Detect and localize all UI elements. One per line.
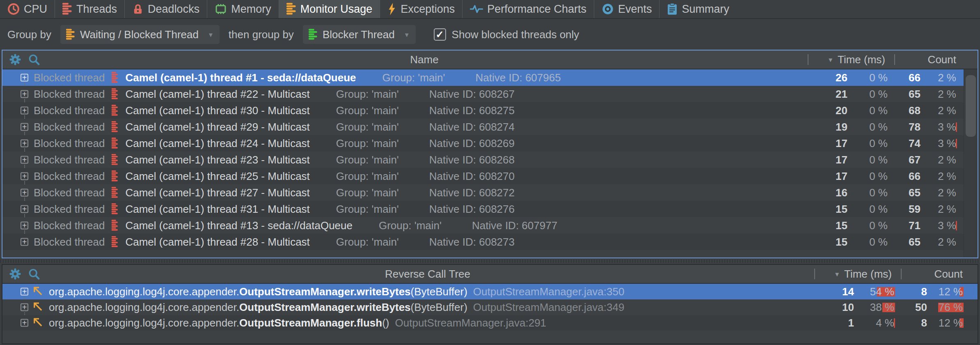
count-value: 78 bbox=[895, 121, 920, 133]
thread-icon bbox=[111, 105, 119, 116]
table-row[interactable]: +Blocked threadCamel (camel-1) thread #2… bbox=[2, 168, 978, 184]
thread-group: Group: 'main' bbox=[336, 137, 399, 150]
table-row[interactable]: +Blocked threadCamel (camel-1) thread #2… bbox=[2, 152, 978, 168]
gear-icon[interactable] bbox=[9, 53, 21, 66]
thread-name: Camel (camel-1) thread #30 - Multicast bbox=[125, 104, 309, 117]
table-row[interactable]: +Blocked threadCamel (camel-1) thread #1… bbox=[2, 69, 978, 86]
thread-icon bbox=[111, 236, 119, 248]
table-row[interactable]: +Blocked threadCamel (camel-1) thread #3… bbox=[2, 102, 978, 119]
percent-value: 76 % bbox=[939, 301, 963, 313]
eye-icon bbox=[602, 3, 614, 15]
show-blocked-threads-checkbox[interactable]: ✓ bbox=[434, 28, 446, 41]
thread-name: Camel (camel-1) thread #25 - Multicast bbox=[125, 170, 309, 183]
count-percent: 3 % bbox=[920, 121, 957, 133]
expander-icon[interactable]: + bbox=[21, 205, 28, 213]
count-column-header[interactable]: Count bbox=[902, 268, 969, 281]
tab-events[interactable]: Events bbox=[594, 0, 659, 18]
threads-icon bbox=[62, 3, 72, 15]
tab-memory[interactable]: Memory bbox=[207, 0, 279, 18]
thread-icon bbox=[111, 154, 119, 166]
table-row[interactable]: +Blocked threadCamel (camel-1) thread #2… bbox=[2, 135, 978, 152]
table-row[interactable]: +Blocked threadCamel (camel-1) thread #2… bbox=[2, 184, 978, 201]
time-percent: 0 % bbox=[847, 137, 888, 150]
gear-icon[interactable] bbox=[9, 268, 21, 280]
waiting-blocked-thread-icon bbox=[66, 29, 75, 40]
tab-deadlocks[interactable]: Deadlocks bbox=[124, 0, 207, 18]
show-blocked-threads-label[interactable]: Show blocked threads only bbox=[452, 28, 579, 41]
percent-value: 2 % bbox=[938, 104, 956, 117]
method-name: OutputStreamManager.flush bbox=[239, 317, 382, 329]
expander-icon[interactable]: + bbox=[21, 238, 28, 246]
time-value: 15 bbox=[808, 203, 847, 216]
expander-icon[interactable]: + bbox=[21, 189, 28, 197]
count-percent: 2 % bbox=[920, 104, 957, 117]
tab-cpu[interactable]: CPU bbox=[0, 0, 55, 18]
thread-icon bbox=[111, 138, 119, 149]
clipboard-icon bbox=[667, 3, 678, 15]
time-column-header[interactable]: ▼Time (ms) bbox=[815, 268, 902, 281]
method-package: org.apache.logging.log4j.core.appender. bbox=[49, 285, 239, 298]
thread-name: Camel (camel-1) thread #23 - Multicast bbox=[125, 154, 309, 166]
count-value: 66 bbox=[895, 170, 920, 183]
tab-threads[interactable]: Threads bbox=[55, 0, 124, 18]
thread-native-id: Native ID: 608276 bbox=[429, 203, 515, 216]
tab-label: CPU bbox=[24, 3, 47, 16]
time-percent: 0 % bbox=[847, 104, 888, 117]
call-tree-rows: +org.apache.logging.log4j.core.appender.… bbox=[2, 284, 978, 331]
group-by-select[interactable]: Waiting / Blocked Thread ▼ bbox=[60, 25, 220, 44]
expander-icon[interactable]: + bbox=[21, 319, 28, 327]
source-location: OutputStreamManager.java:291 bbox=[395, 317, 547, 329]
expander-icon[interactable]: + bbox=[21, 123, 28, 131]
tree-lines: + bbox=[2, 234, 34, 250]
thread-name: Camel (camel-1) thread #24 - Multicast bbox=[125, 137, 309, 150]
expander-icon[interactable]: + bbox=[21, 172, 28, 180]
thread-icon bbox=[111, 72, 119, 83]
tab-monitor-usage[interactable]: Monitor Usage bbox=[279, 0, 380, 18]
percent-value: 3 % bbox=[938, 137, 956, 150]
tab-exceptions[interactable]: Exceptions bbox=[380, 0, 462, 18]
call-tree-row[interactable]: +org.apache.logging.log4j.core.appender.… bbox=[2, 284, 978, 299]
expander-icon[interactable]: + bbox=[21, 90, 28, 98]
search-icon[interactable] bbox=[28, 268, 40, 280]
call-tree-row[interactable]: +org.apache.logging.log4j.core.appender.… bbox=[2, 299, 978, 315]
table-row[interactable]: +Blocked threadCamel (camel-1) thread #1… bbox=[2, 217, 978, 234]
scrollbar-thumb[interactable] bbox=[966, 75, 976, 137]
pulse-icon bbox=[470, 3, 483, 15]
call-tree-title: Reverse Call Tree bbox=[40, 268, 815, 281]
table-row[interactable]: +Blocked threadCamel (camel-1) thread #2… bbox=[2, 86, 978, 102]
expander-icon[interactable]: + bbox=[21, 222, 28, 230]
call-tree-row[interactable]: +org.apache.logging.log4j.core.appender.… bbox=[2, 315, 978, 331]
vertical-scrollbar[interactable] bbox=[964, 69, 978, 258]
thread-group: Group: 'main' bbox=[382, 71, 445, 84]
sort-desc-icon: ▼ bbox=[827, 56, 833, 63]
search-icon[interactable] bbox=[28, 53, 40, 66]
tab-summary[interactable]: Summary bbox=[659, 0, 737, 18]
percent-value: 2 % bbox=[938, 236, 956, 248]
grouping-toolbar: Group by Waiting / Blocked Thread ▼ then… bbox=[0, 20, 980, 49]
name-column-header[interactable]: Name bbox=[40, 53, 808, 66]
table-row[interactable]: +Blocked threadCamel (camel-1) thread #3… bbox=[2, 201, 978, 217]
then-group-by-select[interactable]: Blocker Thread ▼ bbox=[303, 25, 416, 44]
thread-icon bbox=[111, 88, 119, 100]
expander-icon[interactable]: + bbox=[21, 74, 28, 82]
thread-icon bbox=[111, 203, 119, 215]
panel-splitter[interactable] bbox=[0, 258, 980, 264]
tab-label: Memory bbox=[231, 3, 271, 16]
count-value: 50 bbox=[902, 301, 927, 314]
count-column-header[interactable]: Count bbox=[895, 53, 962, 66]
threads-table-header: Name ▼Time (ms) Count bbox=[2, 51, 978, 69]
expander-icon[interactable]: + bbox=[21, 107, 28, 115]
count-percent: 12 % bbox=[927, 317, 964, 329]
expander-icon[interactable]: + bbox=[21, 304, 28, 311]
table-row[interactable]: +Blocked threadCamel (camel-1) thread #2… bbox=[2, 119, 978, 135]
thread-icon bbox=[111, 187, 119, 198]
time-value: 14 bbox=[815, 285, 854, 298]
time-column-header[interactable]: ▼Time (ms) bbox=[808, 53, 895, 66]
expander-icon[interactable]: + bbox=[21, 140, 28, 147]
expander-icon[interactable]: + bbox=[21, 288, 28, 296]
expander-icon[interactable]: + bbox=[21, 156, 28, 164]
thread-group: Group: 'main' bbox=[336, 203, 399, 216]
table-row[interactable]: +Blocked threadCamel (camel-1) thread #2… bbox=[2, 234, 978, 250]
thread-icon bbox=[111, 170, 119, 182]
tab-performance-charts[interactable]: Performance Charts bbox=[462, 0, 594, 18]
